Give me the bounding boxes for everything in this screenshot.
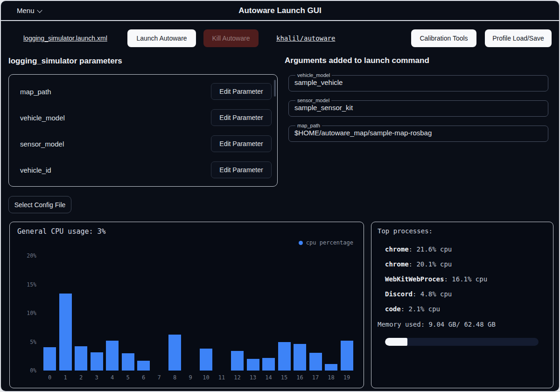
- memory-used-label: Memory used: 9.04 GB/ 62.48 GB: [378, 321, 496, 328]
- process-name: Discord: [385, 290, 413, 298]
- parameter-row: Edit Parameter: [9, 183, 277, 187]
- y-axis-tick-label: 10%: [18, 310, 36, 316]
- cpu-bar: [200, 349, 212, 371]
- legend-label: cpu percentage: [306, 239, 353, 246]
- calibration-tools-button[interactable]: Calibration Tools: [411, 29, 476, 47]
- y-axis-tick-label: 15%: [18, 281, 36, 288]
- cpu-bar: [43, 347, 56, 371]
- process-entry: chrome: 21.6% cpu: [385, 242, 487, 257]
- app-title: Autoware Launch GUI: [1, 6, 559, 15]
- x-axis-tick-label: 0: [43, 374, 57, 381]
- process-name: chrome: [385, 260, 409, 268]
- process-cpu: : 16.1% cpu: [444, 275, 487, 283]
- cpu-bar: [137, 361, 150, 371]
- argument-label: map_path: [295, 123, 322, 128]
- argument-field-map_path[interactable]: map_path$HOME/autoware_map/sample-map-ro…: [288, 123, 548, 142]
- argument-label: sensor_model: [295, 98, 331, 103]
- x-axis-tick-label: 3: [90, 374, 104, 381]
- cpu-bar: [341, 341, 353, 371]
- cpu-chart-panel: General CPU usage: 3% cpu percentage 0%5…: [9, 222, 364, 388]
- cpu-bar: [168, 335, 181, 371]
- process-cpu: : 21.6% cpu: [409, 245, 452, 253]
- edit-parameter-button[interactable]: Edit Parameter: [211, 161, 272, 178]
- process-entry: WebKitWebProces: 16.1% cpu: [385, 272, 487, 287]
- x-axis-tick-label: 14: [262, 374, 276, 381]
- x-axis-tick-label: 16: [293, 374, 307, 381]
- launch-autoware-button[interactable]: Launch Autoware: [127, 29, 196, 47]
- x-axis-tick-label: 6: [137, 374, 151, 381]
- title-bar: Menu Autoware Launch GUI: [1, 1, 559, 21]
- cpu-bar: [294, 344, 306, 371]
- y-axis-tick-label: 20%: [18, 252, 36, 259]
- edit-parameter-button[interactable]: Edit Parameter: [211, 109, 272, 126]
- x-axis-tick-label: 2: [74, 374, 88, 381]
- repo-link[interactable]: khalil/autoware: [276, 35, 335, 42]
- cpu-bar: [106, 341, 119, 371]
- process-name: code: [385, 305, 401, 313]
- process-name: WebKitWebProces: [385, 275, 444, 283]
- bar-chart: 0%5%10%15%20%012345678910111213141516171…: [41, 256, 358, 371]
- argument-value[interactable]: sample_sensor_kit: [294, 103, 542, 112]
- memory-progress-bar: [385, 338, 539, 346]
- parameter-row: sensor_modelEdit Parameter: [9, 131, 277, 157]
- cpu-bar: [91, 352, 103, 371]
- y-axis-tick-label: 5%: [18, 339, 36, 345]
- argument-value[interactable]: sample_vehicle: [294, 78, 542, 87]
- chart-title: General CPU usage: 3%: [17, 227, 106, 236]
- profile-load-save-button[interactable]: Profile Load/Save: [485, 29, 552, 47]
- parameter-name: vehicle_model: [20, 114, 211, 122]
- process-cpu: : 4.8% cpu: [413, 290, 452, 298]
- x-axis-tick-label: 4: [105, 374, 119, 381]
- parameter-row: vehicle_modelEdit Parameter: [9, 105, 277, 131]
- x-axis-tick-label: 17: [308, 374, 322, 381]
- x-axis-tick-label: 18: [324, 374, 338, 381]
- parameters-panel: map_pathEdit Parametervehicle_modelEdit …: [8, 74, 278, 187]
- process-entry: Discord: 4.8% cpu: [385, 287, 487, 301]
- cpu-bar: [231, 351, 244, 371]
- cpu-bar: [325, 364, 337, 371]
- edit-parameter-button[interactable]: Edit Parameter: [211, 83, 272, 100]
- argument-field-vehicle_model[interactable]: vehicle_modelsample_vehicle: [288, 72, 548, 91]
- process-entry: code: 2.1% cpu: [385, 301, 487, 316]
- x-axis-tick-label: 9: [183, 374, 197, 381]
- parameter-name: vehicle_id: [20, 166, 211, 174]
- x-axis-tick-label: 1: [58, 374, 72, 381]
- x-axis-tick-label: 15: [277, 374, 291, 381]
- argument-field-sensor_model[interactable]: sensor_modelsample_sensor_kit: [288, 98, 548, 117]
- cpu-bar: [122, 353, 134, 371]
- parameter-row: map_pathEdit Parameter: [9, 78, 277, 105]
- x-axis-tick-label: 5: [121, 374, 135, 381]
- process-cpu: : 20.1% cpu: [409, 260, 452, 268]
- processes-heading: Top processes:: [378, 227, 433, 235]
- kill-autoware-button[interactable]: Kill Autoware: [203, 29, 259, 47]
- parameter-row: vehicle_idEdit Parameter: [9, 157, 277, 183]
- process-entry: chrome: 20.1% cpu: [385, 257, 487, 272]
- cpu-bar: [309, 353, 322, 371]
- parameters-heading: logging_simulator parameters: [8, 56, 122, 66]
- process-cpu: : 2.1% cpu: [401, 305, 440, 313]
- y-axis-tick-label: 0%: [18, 367, 36, 374]
- memory-progress-fill: [385, 338, 407, 346]
- select-config-file-button[interactable]: Select Config File: [8, 196, 71, 213]
- arguments-panel: vehicle_modelsample_vehiclesensor_models…: [288, 72, 548, 148]
- x-axis-tick-label: 12: [231, 374, 245, 381]
- x-axis-tick-label: 7: [152, 374, 166, 381]
- launch-file-link[interactable]: logging_simulator.launch.xml: [23, 35, 107, 42]
- cpu-bar: [278, 342, 291, 371]
- top-processes-panel: Top processes: chrome: 21.6% cpuchrome: …: [371, 222, 553, 388]
- x-axis-tick-label: 13: [246, 374, 260, 381]
- process-name: chrome: [385, 245, 409, 253]
- argument-value[interactable]: $HOME/autoware_map/sample-map-rosbag: [294, 128, 542, 138]
- scrollbar-thumb[interactable]: [274, 80, 276, 97]
- x-axis-tick-label: 19: [340, 374, 354, 381]
- app-window: Menu Autoware Launch GUI logging_simulat…: [0, 0, 560, 392]
- x-axis-tick-label: 10: [199, 374, 213, 381]
- parameter-name: sensor_model: [20, 140, 211, 148]
- cpu-bar: [75, 346, 87, 371]
- cpu-bar: [59, 294, 72, 371]
- x-axis-tick-label: 11: [215, 374, 229, 381]
- chart-legend: cpu percentage: [299, 239, 353, 246]
- parameter-name: map_path: [20, 88, 211, 96]
- edit-parameter-button[interactable]: Edit Parameter: [211, 135, 272, 152]
- cpu-bar: [262, 358, 275, 371]
